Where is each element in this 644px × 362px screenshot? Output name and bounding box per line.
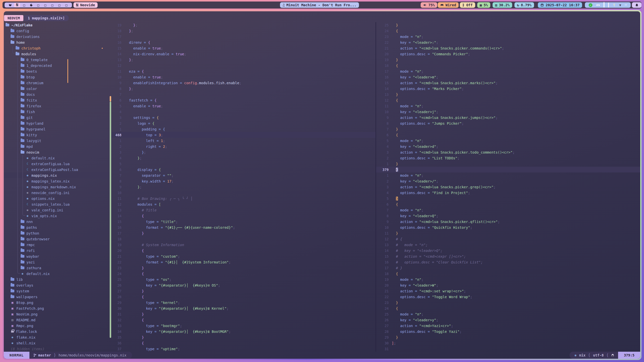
code-line[interactable]: 25 type = "os";: [111, 277, 376, 282]
code-line[interactable]: 5 enable = true;: [111, 103, 376, 109]
code-line[interactable]: 27 action = "<cmd>Yazi<cr>";: [376, 323, 640, 329]
code-line[interactable]: 29 type = "kernel";: [111, 300, 376, 305]
tree-item-flake.lock[interactable]: flake.lock: [4, 329, 111, 334]
code-line[interactable]: 9 action = "<cmd>lua Snacks.picker.jumps…: [376, 115, 640, 120]
code-line[interactable]: 1 }: [376, 161, 640, 167]
code-line[interactable]: 14 {: [111, 213, 376, 219]
code-line[interactable]: 12 {: [376, 97, 640, 103]
code-line[interactable]: 24 {: [376, 305, 640, 311]
code-line[interactable]: 34 key = "{#separator}│ {#keys}≣ BootMGR…: [111, 329, 376, 334]
code-line[interactable]: 22 format = "{#1}│ {#}System Information…: [111, 259, 376, 265]
tree-item-christoph[interactable]: christoph•: [4, 45, 111, 51]
code-line[interactable]: 10 options.desc = "Quickfix History";: [376, 224, 640, 230]
notifications-button[interactable]: [632, 2, 641, 8]
tree-item-config[interactable]: config: [4, 28, 111, 34]
workspace-3-square[interactable]: □: [21, 3, 27, 7]
tree-item-overlays[interactable]: overlays: [4, 282, 111, 288]
code-line[interactable]: 28 options.desc = "Toggle Yazi";: [376, 329, 640, 334]
memory-widget[interactable]: ▥ 30.2%: [493, 2, 512, 8]
code-line[interactable]: 7 separator = "";: [111, 172, 376, 178]
code-line[interactable]: 21 action = "<cmd>lua Snacks.picker.comm…: [376, 45, 640, 51]
code-line[interactable]: 10 enable = true;: [111, 74, 376, 80]
cpu-widget[interactable]: ▦ 5%: [477, 2, 490, 8]
code-line[interactable]: 22 options.desc = "Toggle Word Wrap";: [376, 294, 640, 300]
code-line[interactable]: 13 };: [111, 57, 376, 63]
tree-item-shell.nix[interactable]: ✱shell.nix: [4, 340, 111, 346]
code-line[interactable]: 23 }: [376, 300, 640, 305]
code-line-current[interactable]: 468 top = 3;: [111, 132, 376, 138]
editor-pane-left[interactable]: 19 };18 };1716 direnv = {15 enable = tru…: [111, 22, 376, 352]
code-line[interactable]: 3 action = "<cmd>lua Snacks.picker.grep(…: [376, 184, 640, 190]
code-line[interactable]: 21 type = "custom";: [111, 253, 376, 259]
phone-icon[interactable]: [608, 3, 609, 7]
code-line[interactable]: 7: [111, 92, 376, 97]
tree-item-modules[interactable]: modules: [4, 51, 111, 57]
code-line[interactable]: 16 # options.desc = "Clear Quickfix List…: [376, 259, 640, 265]
funnel-icon[interactable]: ▼: [619, 3, 621, 7]
code-line[interactable]: 16 key = "<leader>m";: [376, 74, 640, 80]
code-line[interactable]: 26 key = "{#separator}│ {#keys}⊡ OS";: [111, 282, 376, 288]
tree-item-derivations[interactable]: derivations: [4, 34, 111, 39]
code-line[interactable]: 16 format = "{#1}╭── {#}{user-name-color…: [111, 224, 376, 230]
tree-item-NixFlake[interactable]: ~/NixFlake: [4, 22, 111, 28]
tree-scrollbar[interactable]: [110, 102, 111, 338]
code-line[interactable]: 6 {: [376, 132, 640, 138]
code-line[interactable]: 29 }: [376, 334, 640, 340]
code-line[interactable]: 3 };: [111, 149, 376, 155]
code-line[interactable]: 6 fastfetch = {: [111, 97, 376, 103]
code-line[interactable]: 3 action = "<cmd>lua Snacks.picker.todo_…: [376, 149, 640, 155]
code-line[interactable]: 15 action = "<cmd>lua Snacks.picker.mark…: [376, 80, 640, 86]
workspace-9-square[interactable]: □: [63, 3, 69, 7]
code-line[interactable]: 18 {: [376, 271, 640, 277]
code-line[interactable]: 32 {: [111, 317, 376, 323]
workspace-2-nvim-active[interactable]: N: [14, 3, 20, 7]
code-line[interactable]: 30 key = "{#separator}│ {#keys}≣ Kernel"…: [111, 305, 376, 311]
code-line[interactable]: 37 type = "uptime";: [111, 346, 376, 352]
code-line[interactable]: 23 }: [111, 265, 376, 271]
code-line[interactable]: 31: [376, 346, 640, 352]
check-icon[interactable]: ✓: [589, 3, 592, 7]
tree-item-README.md[interactable]: ▤README.md: [4, 317, 111, 323]
code-line[interactable]: 19 mode = "n";: [376, 277, 640, 282]
tree-item-flake.nix[interactable]: ✱flake.nix: [4, 334, 111, 340]
tree-item-Btop.png[interactable]: ▣Btop.png: [4, 300, 111, 305]
workspace-7-square[interactable]: □: [49, 3, 55, 7]
code-line[interactable]: 17 }: [111, 230, 376, 236]
code-line[interactable]: 18: [111, 236, 376, 242]
code-line[interactable]: 1 padding = {: [111, 126, 376, 132]
code-line[interactable]: 6 display = {: [111, 167, 376, 172]
code-line[interactable]: 10: [111, 190, 376, 196]
code-line[interactable]: 25 mode = "n";: [376, 311, 640, 317]
tab-mappings-nix[interactable]: 1 mappings.nix[2+]: [24, 15, 69, 21]
code-line[interactable]: 8 key.width = 17;: [111, 178, 376, 184]
tree-item-system[interactable]: system: [4, 288, 111, 294]
code-line[interactable]: 19 };: [111, 22, 376, 28]
code-line[interactable]: 2 right = 2;: [111, 144, 376, 149]
code-line[interactable]: 35 }: [111, 334, 376, 340]
workspace-6-square[interactable]: □: [42, 3, 48, 7]
code-line[interactable]: 9 action = "<cmd>lua Snacks.picker.qflis…: [376, 219, 640, 224]
workspace-5-square[interactable]: □: [35, 3, 41, 7]
system-tray[interactable]: ✓▼⌨: [585, 2, 631, 8]
code-line[interactable]: 4: [111, 109, 376, 115]
code-line[interactable]: 4 options.desc = "Find in Project";: [376, 190, 640, 196]
code-line[interactable]: 13 # mode = "n";: [376, 242, 640, 248]
code-line[interactable]: 17 mode = "n";: [376, 68, 640, 74]
code-line[interactable]: 11 }: [376, 230, 640, 236]
code-line[interactable]: 11 eza = {: [111, 68, 376, 74]
code-line[interactable]: 36 {: [111, 340, 376, 346]
code-line[interactable]: 20 {: [111, 248, 376, 253]
tree-item-wallpapers[interactable]: wallpapers: [4, 294, 111, 300]
code-line[interactable]: 11 mode = "n";: [376, 103, 640, 109]
code-line[interactable]: 27 }: [111, 288, 376, 294]
keyboard-icon[interactable]: ⌨: [625, 3, 627, 7]
code-line[interactable]: 25 }: [376, 22, 640, 28]
tree-item-FastFetch.png[interactable]: ▣FastFetch.png: [4, 305, 111, 311]
code-line[interactable]: 10 key = "<leader>j";: [376, 109, 640, 115]
code-line[interactable]: 20 key = "<leader>W";: [376, 282, 640, 288]
code-line[interactable]: 19 # System Information: [111, 242, 376, 248]
code-line[interactable]: 17: [111, 34, 376, 39]
code-line[interactable]: 12 # {: [376, 236, 640, 242]
code-line[interactable]: 15 enable = true;: [111, 45, 376, 51]
workspace-1-cat[interactable]: [7, 3, 13, 7]
